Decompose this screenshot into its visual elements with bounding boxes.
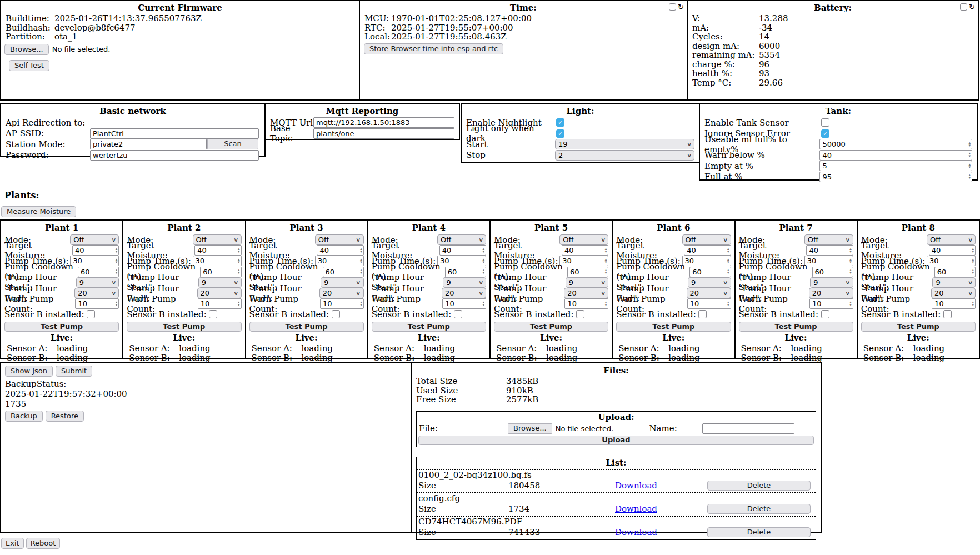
pump-hour-start-select[interactable]: 9∨ [321, 277, 364, 288]
mode-select[interactable]: Off∨ [927, 234, 976, 245]
backup-button[interactable]: Backup [5, 411, 43, 422]
test-pump-button[interactable]: Test Pump [249, 322, 364, 332]
mode-select[interactable]: Off∨ [193, 234, 242, 245]
password-input[interactable]: wertertzu [90, 150, 259, 161]
battery-auto-refresh-checkbox[interactable] [960, 3, 967, 11]
number-spinner[interactable]: ▴▾ [849, 258, 852, 264]
battery-refresh-icon[interactable]: ↻ [969, 3, 975, 11]
number-spinner[interactable]: ▴▾ [238, 248, 240, 253]
pump-hour-end-select[interactable]: 20∨ [197, 288, 242, 298]
file-delete-button[interactable]: Delete [707, 481, 811, 491]
mode-select[interactable]: Off∨ [315, 234, 364, 245]
measure-moisture-button[interactable]: Measure Moisture [1, 206, 76, 217]
warn-pump-count-input[interactable]: 10▴▾ [75, 298, 119, 309]
sensor-b-installed-checkbox[interactable] [698, 310, 707, 318]
number-spinner[interactable]: ▴▾ [605, 301, 607, 307]
enable-nightlight-checkbox[interactable] [556, 118, 564, 127]
number-spinner[interactable]: ▴▾ [727, 248, 729, 253]
warn-pump-count-input[interactable]: 10▴▾ [932, 298, 976, 309]
pump-hour-start-select[interactable]: 9∨ [198, 277, 242, 288]
number-spinner[interactable]: ▴▾ [972, 301, 974, 307]
warn-pump-count-input[interactable]: 10▴▾ [320, 298, 364, 309]
sensor-b-installed-checkbox[interactable] [454, 310, 462, 318]
test-pump-button[interactable]: Test Pump [372, 322, 486, 332]
target-moisture-input[interactable]: 40▴▾ [194, 245, 241, 256]
number-spinner[interactable]: ▴▾ [727, 258, 729, 264]
light-start-select[interactable]: 19∨ [555, 139, 694, 149]
test-pump-button[interactable]: Test Pump [616, 322, 731, 332]
mode-select[interactable]: Off∨ [437, 234, 486, 245]
pump-cooldown-input[interactable]: 60▴▾ [689, 267, 731, 277]
light-only-dark-checkbox[interactable] [556, 129, 564, 138]
exit-button[interactable]: Exit [1, 538, 24, 549]
number-spinner[interactable]: ▴▾ [360, 301, 362, 307]
number-spinner[interactable]: ▴▾ [482, 269, 484, 274]
file-delete-button[interactable]: Delete [707, 527, 811, 537]
show-json-button[interactable]: Show Json [5, 366, 53, 377]
number-spinner[interactable]: ▴▾ [972, 248, 974, 253]
pump-hour-end-select[interactable]: 20∨ [931, 288, 976, 298]
sensor-b-installed-checkbox[interactable] [332, 310, 340, 318]
number-spinner[interactable]: ▴▾ [238, 269, 240, 274]
upload-button[interactable]: Upload [418, 436, 814, 445]
target-moisture-input[interactable]: 40▴▾ [72, 245, 119, 256]
file-download-link[interactable]: Download [615, 527, 657, 537]
pump-hour-end-select[interactable]: 20∨ [809, 288, 853, 298]
sensor-b-installed-checkbox[interactable] [821, 310, 829, 318]
number-spinner[interactable]: ▴▾ [727, 269, 729, 274]
target-moisture-input[interactable]: 40▴▾ [562, 245, 608, 256]
self-test-button[interactable]: Self-Test [9, 60, 49, 71]
number-spinner[interactable]: ▴▾ [972, 258, 974, 264]
target-moisture-input[interactable]: 40▴▾ [684, 245, 731, 256]
target-moisture-input[interactable]: 40▴▾ [439, 245, 486, 256]
number-spinner[interactable]: ▴▾ [116, 248, 118, 253]
pump-hour-end-select[interactable]: 20∨ [564, 288, 608, 298]
number-spinner[interactable]: ▴▾ [972, 269, 974, 274]
mode-select[interactable]: Off∨ [804, 234, 853, 245]
tank-field-input[interactable]: 95 ▴▾ [819, 172, 972, 182]
scan-button[interactable]: Scan [207, 139, 258, 149]
tank-field-input[interactable]: 5 ▴▾ [819, 161, 972, 171]
file-download-link[interactable]: Download [615, 481, 657, 491]
mode-select[interactable]: Off∨ [70, 234, 119, 245]
pump-hour-start-select[interactable]: 9∨ [76, 277, 119, 288]
pump-cooldown-input[interactable]: 60▴▾ [323, 267, 364, 277]
pump-cooldown-input[interactable]: 60▴▾ [567, 267, 608, 277]
submit-button[interactable]: Submit [56, 366, 92, 377]
enable-tank-sensor-checkbox[interactable] [821, 118, 829, 127]
number-spinner[interactable]: ▴▾ [605, 269, 607, 274]
warn-pump-count-input[interactable]: 10▴▾ [809, 298, 853, 309]
number-spinner[interactable]: ▴▾ [238, 301, 240, 307]
pump-hour-end-select[interactable]: 20∨ [687, 288, 731, 298]
pump-hour-start-select[interactable]: 9∨ [688, 277, 731, 288]
number-spinner[interactable]: ▴▾ [360, 248, 362, 253]
target-moisture-input[interactable]: 40▴▾ [929, 245, 976, 256]
number-spinner[interactable]: ▴▾ [238, 258, 240, 264]
number-spinner[interactable]: ▴▾ [116, 301, 118, 307]
number-spinner[interactable]: ▴▾ [605, 248, 607, 253]
target-moisture-input[interactable]: 40▴▾ [317, 245, 363, 256]
number-spinner[interactable]: ▴▾ [482, 248, 484, 253]
number-spinner[interactable]: ▴▾ [849, 301, 852, 307]
number-spinner[interactable]: ▴▾ [360, 269, 362, 274]
number-spinner[interactable]: ▴▾ [116, 269, 118, 274]
pump-cooldown-input[interactable]: 60▴▾ [200, 267, 241, 277]
tank-field-input[interactable]: 40 ▴▾ [819, 150, 972, 161]
upload-browse-button[interactable]: Browse... [508, 423, 552, 434]
light-stop-select[interactable]: 2∨ [555, 150, 694, 161]
firmware-browse-button[interactable]: Browse... [4, 44, 49, 55]
number-spinner[interactable]: ▴▾ [968, 163, 971, 169]
number-spinner[interactable]: ▴▾ [968, 152, 971, 158]
mode-select[interactable]: Off∨ [559, 234, 608, 245]
target-moisture-input[interactable]: 40▴▾ [806, 245, 853, 256]
pump-hour-end-select[interactable]: 20∨ [442, 288, 486, 298]
sensor-b-installed-checkbox[interactable] [943, 310, 952, 318]
pump-cooldown-input[interactable]: 60▴▾ [812, 267, 853, 277]
test-pump-button[interactable]: Test Pump [739, 322, 853, 332]
number-spinner[interactable]: ▴▾ [482, 258, 484, 264]
number-spinner[interactable]: ▴▾ [605, 258, 607, 264]
number-spinner[interactable]: ▴▾ [482, 301, 484, 307]
base-topic-input[interactable]: plants/one [313, 128, 454, 139]
pump-cooldown-input[interactable]: 60▴▾ [934, 267, 976, 277]
ignore-sensor-error-checkbox[interactable] [821, 129, 829, 138]
